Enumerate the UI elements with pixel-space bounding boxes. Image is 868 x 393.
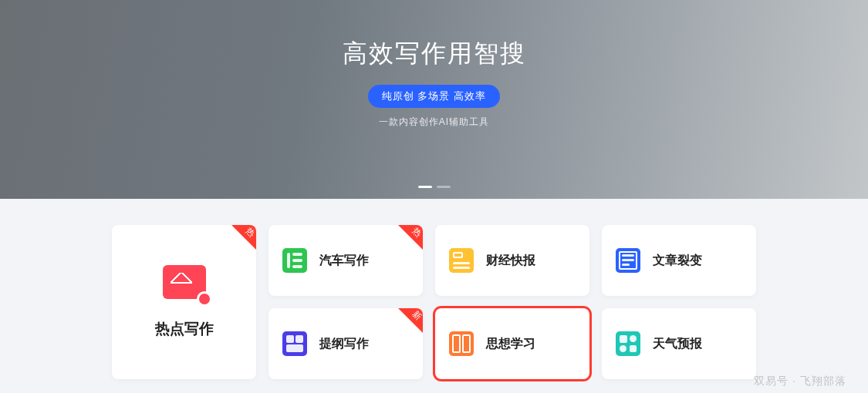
card-label: 提纲写作: [319, 336, 369, 352]
purple-icon: [282, 331, 307, 356]
card-label: 汽车写作: [319, 253, 369, 269]
watermark: 双易号 · 飞翔部落: [754, 375, 846, 388]
featured-card[interactable]: 热 热点写作: [112, 225, 256, 379]
blue-icon: [616, 248, 640, 273]
cards-area: 热 热点写作 热汽车写作财经快报文章裂变新提纲写作思想学习天气预报: [0, 199, 868, 379]
orange-icon: [449, 331, 474, 356]
card-teal[interactable]: 天气预报: [602, 308, 756, 379]
featured-card-label: 热点写作: [155, 319, 214, 339]
hero-banner: 高效写作用智搜 纯原创 多场景 高效率 一款内容创作AI辅助工具: [0, 0, 868, 199]
card-green[interactable]: 热汽车写作: [269, 225, 423, 296]
carousel-dot-1[interactable]: [418, 186, 432, 188]
card-label: 天气预报: [653, 336, 702, 352]
card-label: 财经快报: [486, 253, 535, 269]
carousel-dot-2[interactable]: [437, 186, 451, 188]
card-blue[interactable]: 文章裂变: [602, 225, 756, 296]
card-grid: 热汽车写作财经快报文章裂变新提纲写作思想学习天气预报: [269, 225, 756, 379]
hot-badge: 热: [231, 225, 256, 250]
hot-writing-icon: [163, 265, 206, 299]
card-yellow[interactable]: 财经快报: [435, 225, 589, 296]
card-orange[interactable]: 思想学习: [435, 308, 589, 379]
hero-title: 高效写作用智搜: [343, 37, 526, 71]
hero-subtitle: 一款内容创作AI辅助工具: [379, 116, 489, 129]
yellow-icon: [449, 248, 474, 273]
card-label: 文章裂变: [653, 253, 702, 269]
green-icon: [282, 248, 307, 273]
teal-icon: [616, 331, 640, 356]
hero-pill: 纯原创 多场景 高效率: [368, 85, 500, 108]
carousel-dots: [418, 186, 451, 188]
card-label: 思想学习: [486, 336, 535, 352]
card-purple[interactable]: 新提纲写作: [269, 308, 423, 379]
hot-badge: 热: [398, 225, 423, 250]
new-badge: 新: [398, 308, 423, 333]
